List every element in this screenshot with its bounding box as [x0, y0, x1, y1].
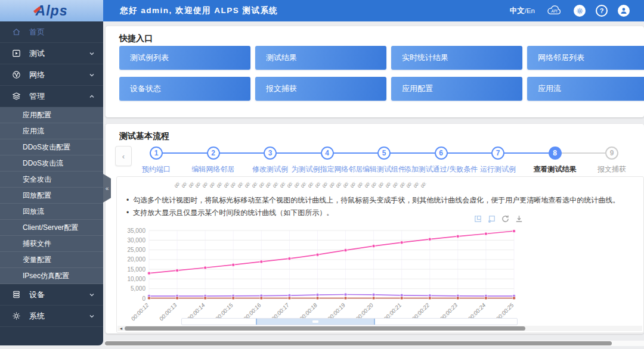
user-icon[interactable] [618, 5, 630, 17]
cropped-axis-labels: 00:00:00:00:00:00:00:00:00:00:00:00:00:0… [180, 179, 434, 192]
header-actions: 中文/En API ? [510, 4, 644, 17]
sidebar-item-5[interactable]: 系统 [0, 306, 103, 327]
step-circle-9[interactable]: 9 [605, 147, 618, 160]
sidebar-item-1[interactable]: 测试 [0, 43, 103, 64]
sidebar-submenu: 应用配置应用流DDoS攻击配置DDoS攻击流安全攻击回放配置回放流Client/… [0, 107, 103, 284]
logo-text: Alps [36, 3, 68, 19]
sidebar-item-label: 首页 [29, 27, 45, 38]
step-connector-7 [562, 152, 606, 154]
top-header: Alps 您好 admin, 欢迎使用 ALPS 测试系统 中文/En API … [0, 0, 644, 21]
chart-horizontal-scrollbar[interactable]: ◄ [117, 326, 642, 331]
svg-text:15,000: 15,000 [127, 266, 145, 273]
sidebar-subitem-3[interactable]: DDoS攻击流 [0, 155, 103, 172]
step-circle-1[interactable]: 1 [150, 147, 163, 160]
page-horizontal-scrollbar[interactable] [105, 341, 644, 346]
step-circle-2[interactable]: 2 [207, 147, 220, 160]
sidebar-nav: 首页测试网络管理应用配置应用流DDoS攻击配置DDoS攻击流安全攻击回放配置回放… [0, 21, 103, 345]
sidebar-subitem-1[interactable]: 应用流 [0, 123, 103, 139]
sidebar-item-label: 管理 [29, 91, 45, 102]
svg-text:25,000: 25,000 [127, 247, 145, 253]
sidebar-item-label: 系统 [29, 311, 45, 322]
step-circle-6[interactable]: 6 [435, 147, 448, 160]
step-label-9: 报文捕获 [561, 164, 644, 174]
zoom-box-icon[interactable] [473, 214, 482, 223]
quick-entry-button-6[interactable]: 应用配置 [391, 77, 522, 101]
flow-stepper: 1预约端口2编辑网络邻居3修改测试例4为测试例指定网络邻居5编辑测试组件6添加测… [106, 141, 644, 175]
svg-text:35,000: 35,000 [127, 228, 145, 234]
chevron-down-icon [89, 72, 95, 78]
step-connector-3 [334, 152, 378, 154]
chart-toolbox [473, 214, 524, 223]
play-icon [12, 49, 21, 58]
svg-text:20,000: 20,000 [127, 256, 145, 263]
sidebar-item-2[interactable]: 网络 [0, 64, 103, 86]
quick-entry-button-3[interactable]: 网络邻居列表 [527, 46, 644, 70]
sidebar-subitem-10[interactable]: IPsec仿真配置 [0, 268, 103, 284]
welcome-text: 您好 admin, 欢迎使用 ALPS 测试系统 [120, 5, 278, 16]
step-connector-4 [391, 152, 435, 154]
usage-note-0: 勾选多个统计视图时，将鼠标光标移动至某个视图的统计曲线上，待鼠标箭头变成手状，则… [126, 194, 620, 207]
quick-entry-buttons: 测试例列表测试结果实时统计结果网络邻居列表设备状态报文捕获应用配置应用流 [119, 46, 644, 113]
sidebar-item-0[interactable]: 首页 [0, 21, 103, 43]
step-circle-4[interactable]: 4 [321, 147, 334, 160]
step-circle-5[interactable]: 5 [377, 147, 391, 160]
language-switch[interactable]: 中文/En [510, 6, 535, 16]
sidebar-subitem-9[interactable]: 变量配置 [0, 252, 103, 268]
quick-entry-button-0[interactable]: 测试例列表 [119, 46, 250, 70]
sidebar-subitem-7[interactable]: Client/Server配置 [0, 220, 103, 236]
api-cloud-icon[interactable]: API [545, 4, 564, 17]
sidebar-subitem-6[interactable]: 回放流 [0, 204, 103, 220]
zoom-restore-icon[interactable] [487, 214, 496, 223]
step-circle-3[interactable]: 3 [264, 147, 277, 160]
quick-entry-button-5[interactable]: 报文捕获 [255, 77, 386, 101]
svg-text:0: 0 [142, 295, 145, 302]
sidebar-item-label: 网络 [29, 70, 45, 80]
svg-text:10,000: 10,000 [127, 276, 145, 282]
datazoom-slider[interactable] [181, 318, 518, 325]
usage-notes: 勾选多个统计视图时，将鼠标光标移动至某个视图的统计曲线上，待鼠标箭头变成手状，则… [126, 194, 620, 219]
server-icon [12, 290, 21, 300]
chart-scrollbar-thumb[interactable] [125, 326, 525, 331]
sidebar-subitem-8[interactable]: 捕获文件 [0, 236, 103, 252]
chevron-down-icon [89, 313, 95, 319]
step-connector-1 [220, 152, 264, 154]
scroll-left-arrow-icon[interactable]: ◄ [118, 326, 124, 331]
sidebar-subitem-5[interactable]: 回放配置 [0, 188, 103, 204]
language-zh[interactable]: 中文 [510, 7, 525, 15]
gear-badge-icon[interactable] [574, 5, 586, 17]
svg-text:00:00:12: 00:00:12 [129, 301, 150, 321]
page-scrollbar-thumb[interactable] [105, 341, 612, 345]
help-icon[interactable]: ? [596, 5, 608, 17]
statistics-line-chart[interactable]: 05,00010,00015,00020,00025,00030,00035,0… [117, 226, 528, 321]
sidebar-subitem-2[interactable]: DDoS攻击配置 [0, 139, 103, 155]
step-connector-5 [448, 152, 492, 154]
logo[interactable]: Alps [0, 0, 103, 21]
sidebar-item-4[interactable]: 设备 [0, 284, 103, 306]
test-flow-card: 测试基本流程 ‹ 1预约端口2编辑网络邻居3修改测试例4为测试例指定网络邻居5编… [106, 124, 644, 334]
sidebar-subitem-0[interactable]: 应用配置 [0, 107, 103, 123]
sidebar-subitem-4[interactable]: 安全攻击 [0, 172, 103, 188]
step-circle-8[interactable]: 8 [549, 147, 562, 160]
language-en[interactable]: /En [525, 7, 535, 14]
layers-icon [12, 92, 21, 101]
sidebar-collapse-handle[interactable]: « [103, 174, 111, 202]
system-gear-icon [12, 311, 21, 321]
chart-demo-box: 00:00:00:00:00:00:00:00:00:00:00:00:00:0… [116, 176, 644, 333]
datazoom-grip[interactable] [312, 320, 318, 323]
step-connector-6 [504, 152, 549, 154]
step-circle-7[interactable]: 7 [491, 147, 504, 160]
chevron-down-icon [89, 292, 95, 298]
step-connector-0 [163, 152, 207, 154]
sidebar-item-3[interactable]: 管理 [0, 86, 103, 107]
quick-entry-button-7[interactable]: 应用流 [527, 77, 644, 101]
quick-entry-button-4[interactable]: 设备状态 [119, 77, 250, 101]
app-window: Alps 您好 admin, 欢迎使用 ALPS 测试系统 中文/En API … [0, 0, 644, 349]
chevron-up-icon [89, 94, 95, 99]
svg-text:API: API [550, 9, 557, 13]
datazoom-window[interactable] [256, 319, 375, 325]
download-icon[interactable] [515, 214, 524, 223]
sidebar-item-label: 设备 [29, 289, 45, 300]
refresh-icon[interactable] [501, 214, 510, 223]
quick-entry-button-2[interactable]: 实时统计结果 [391, 46, 522, 70]
quick-entry-button-1[interactable]: 测试结果 [255, 46, 386, 70]
